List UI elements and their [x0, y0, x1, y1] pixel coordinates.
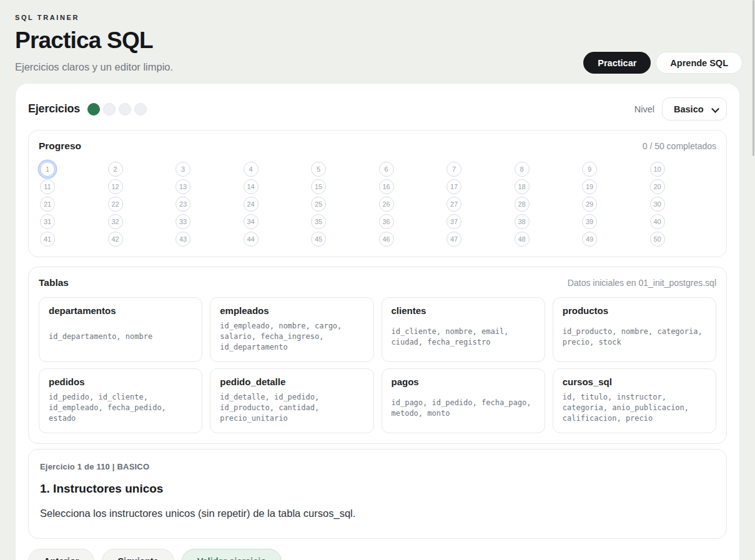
table-columns: id_detalle, id_pedido, id_producto, cant… — [220, 392, 363, 424]
exercise-circle-9[interactable]: 9 — [582, 162, 597, 177]
exercise-circle-30[interactable]: 30 — [650, 197, 665, 212]
table-columns-wrap: id_empleado, nombre, cargo, salario, fec… — [220, 316, 363, 354]
exercise-circle-19[interactable]: 19 — [582, 179, 597, 194]
exercise-circle-43[interactable]: 43 — [175, 232, 190, 247]
table-name: pedido_detalle — [220, 376, 363, 387]
exercise-circle-16[interactable]: 16 — [379, 179, 394, 194]
exercise-circle-39[interactable]: 39 — [582, 214, 597, 229]
exercise-number-grid: 1234567891011121314151617181920212223242… — [39, 162, 716, 247]
table-name: pedidos — [49, 376, 192, 387]
page-title: Practica SQL — [15, 27, 743, 54]
exercise-circle-37[interactable]: 37 — [447, 214, 461, 229]
scrollbar-thumb[interactable] — [753, 0, 754, 156]
table-columns: id_empleado, nombre, cargo, salario, fec… — [220, 321, 363, 353]
exercise-circle-13[interactable]: 13 — [175, 179, 190, 194]
table-columns: id_cliente, nombre, email, ciudad, fecha… — [392, 327, 535, 348]
exercise-circle-23[interactable]: 23 — [175, 197, 190, 212]
table-name: empleados — [220, 305, 363, 316]
exercise-circle-2[interactable]: 2 — [108, 162, 123, 177]
exercise-circle-35[interactable]: 35 — [311, 214, 326, 229]
exercise-circle-6[interactable]: 6 — [379, 162, 394, 177]
exercise-circle-4[interactable]: 4 — [244, 162, 259, 177]
exercise-circle-33[interactable]: 33 — [175, 214, 190, 229]
exercise-circle-36[interactable]: 36 — [379, 214, 394, 229]
exercise-circle-42[interactable]: 42 — [108, 232, 123, 247]
table-columns-wrap: id_departamento, nombre — [49, 316, 192, 354]
exercise-circle-50[interactable]: 50 — [650, 232, 665, 247]
exercise-circle-18[interactable]: 18 — [515, 179, 530, 194]
exercise-circle-1[interactable]: 1 — [40, 162, 55, 177]
exercise-circle-22[interactable]: 22 — [108, 197, 123, 212]
exercises-title: Ejercicios — [28, 102, 80, 115]
table-card-clientes: clientesid_cliente, nombre, email, ciuda… — [382, 297, 545, 362]
table-name: cursos_sql — [563, 376, 706, 387]
table-card-empleados: empleadosid_empleado, nombre, cargo, sal… — [210, 297, 373, 362]
exercise-circle-8[interactable]: 8 — [515, 162, 530, 177]
exercise-circle-20[interactable]: 20 — [650, 179, 665, 194]
exercise-circle-27[interactable]: 27 — [447, 197, 461, 212]
table-columns: id_pago, id_pedido, fecha_pago, metodo, … — [392, 398, 535, 419]
table-columns-wrap: id_pedido, id_cliente, id_empleado, fech… — [49, 387, 192, 425]
progress-panel-head: Progreso 0 / 50 completados — [39, 140, 716, 152]
practicar-button[interactable]: Practicar — [583, 52, 651, 74]
table-card-cursos_sql: cursos_sqlid, titulo, instructor, catego… — [553, 368, 716, 433]
exercise-circle-10[interactable]: 10 — [650, 162, 665, 177]
validate-exercise-button[interactable]: Validar ejercicio — [182, 549, 282, 560]
exercise-circle-24[interactable]: 24 — [244, 197, 259, 212]
exercise-circle-41[interactable]: 41 — [40, 232, 55, 247]
header-actions: Practicar Aprende SQL — [583, 52, 743, 74]
level-dot — [103, 103, 116, 115]
tables-panel-head: Tablas Datos iniciales en 01_init_postgr… — [39, 277, 716, 288]
aprende-sql-button[interactable]: Aprende SQL — [656, 52, 743, 74]
exercise-circle-28[interactable]: 28 — [515, 197, 530, 212]
exercise-circle-7[interactable]: 7 — [447, 162, 461, 177]
tables-panel: Tablas Datos iniciales en 01_init_postgr… — [28, 267, 727, 444]
exercise-circle-45[interactable]: 45 — [311, 232, 326, 247]
exercise-circle-32[interactable]: 32 — [108, 214, 123, 229]
table-columns-wrap: id_pago, id_pedido, fecha_pago, metodo, … — [392, 387, 535, 425]
tables-note: Datos iniciales en 01_init_postgres.sql — [568, 278, 716, 288]
table-card-pedidos: pedidosid_pedido, id_cliente, id_emplead… — [39, 368, 202, 433]
exercise-circle-14[interactable]: 14 — [244, 179, 259, 194]
exercise-circle-21[interactable]: 21 — [40, 197, 55, 212]
exercise-description: Selecciona los instructores unicos (sin … — [40, 508, 715, 519]
exercise-circle-48[interactable]: 48 — [515, 232, 530, 247]
exercise-circle-34[interactable]: 34 — [244, 214, 259, 229]
exercise-circle-31[interactable]: 31 — [40, 214, 55, 229]
exercise-circle-46[interactable]: 46 — [379, 232, 394, 247]
previous-button[interactable]: Anterior — [28, 549, 94, 560]
exercise-circle-12[interactable]: 12 — [108, 179, 123, 194]
table-name: pagos — [392, 376, 535, 387]
exercise-circle-17[interactable]: 17 — [447, 179, 461, 194]
next-button[interactable]: Siguiente — [102, 549, 174, 560]
level-dot — [134, 103, 147, 115]
table-columns: id_producto, nombre, categoria, precio, … — [563, 327, 706, 348]
exercise-circle-29[interactable]: 29 — [582, 197, 597, 212]
table-card-departamentos: departamentosid_departamento, nombre — [39, 297, 202, 362]
table-columns-wrap: id_cliente, nombre, email, ciudad, fecha… — [392, 316, 535, 354]
page-header: SQL TRAINER Practica SQL Ejercicios clar… — [0, 0, 755, 73]
exercise-circle-3[interactable]: 3 — [175, 162, 190, 177]
level-select[interactable]: Basico — [662, 97, 727, 120]
exercise-circle-15[interactable]: 15 — [311, 179, 326, 194]
exercise-circle-47[interactable]: 47 — [447, 232, 461, 247]
exercise-circle-25[interactable]: 25 — [311, 197, 326, 212]
exercise-circle-26[interactable]: 26 — [379, 197, 394, 212]
level-label: Nivel — [634, 104, 654, 114]
table-columns: id_departamento, nombre — [49, 332, 192, 342]
progress-status: 0 / 50 completados — [643, 141, 716, 151]
progress-title: Progreso — [39, 140, 81, 152]
table-columns-wrap: id_producto, nombre, categoria, precio, … — [563, 316, 706, 354]
level-dot — [119, 103, 131, 115]
exercise-circle-38[interactable]: 38 — [515, 214, 530, 229]
exercise-circle-11[interactable]: 11 — [40, 179, 55, 194]
table-card-productos: productosid_producto, nombre, categoria,… — [553, 297, 716, 362]
table-columns-wrap: id_detalle, id_pedido, id_producto, cant… — [220, 387, 363, 425]
chevron-down-icon — [712, 106, 719, 112]
exercise-kicker: Ejercicio 1 de 110 | BASICO — [40, 462, 715, 471]
exercise-circle-44[interactable]: 44 — [244, 232, 259, 247]
exercise-circle-49[interactable]: 49 — [582, 232, 597, 247]
level-control: Nivel Basico — [634, 97, 727, 120]
exercise-circle-40[interactable]: 40 — [650, 214, 665, 229]
exercise-circle-5[interactable]: 5 — [311, 162, 326, 177]
